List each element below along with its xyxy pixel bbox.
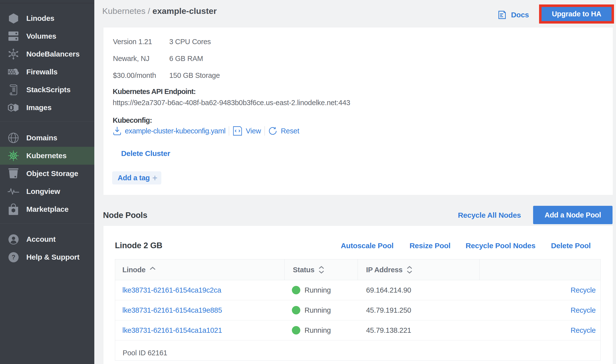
svg-text:?: ? (11, 254, 15, 261)
